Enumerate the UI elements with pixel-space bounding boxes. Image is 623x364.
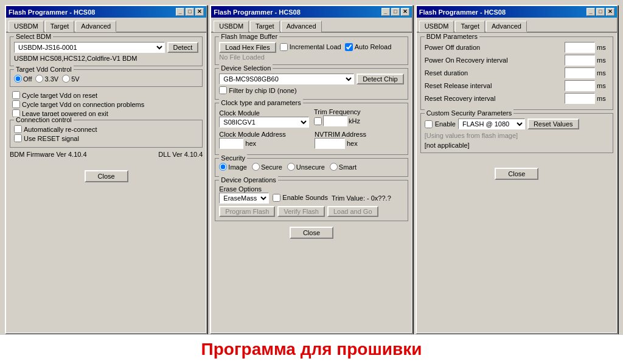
custom-security-label: Custom Security Parameters (425, 109, 514, 117)
security-secure[interactable]: Secure (252, 163, 282, 171)
device-select-row: GB-MC9S08GB60 Detect Chip (219, 74, 403, 84)
security-group: Security Image Secure Unsecure Smart (215, 158, 408, 177)
window-1-content: Select BDM USBDM-JS16-0001 Detect USBDM … (6, 33, 206, 333)
tab-advanced-3[interactable]: Advanced (486, 21, 527, 32)
bdm-dropdown[interactable]: USBDM-JS16-0001 (14, 42, 165, 53)
tab-bar-1: USBDM Target Advanced (6, 18, 206, 33)
auto-reload-cb[interactable]: Auto Reload (345, 43, 392, 51)
close-title-btn-1[interactable]: ✕ (195, 8, 204, 16)
detect-button[interactable]: Detect (167, 42, 199, 53)
trim-value-input[interactable]: 0,00 (323, 115, 347, 126)
trim-checkbox[interactable] (314, 117, 322, 125)
minimize-btn-1[interactable]: _ (176, 8, 184, 16)
maximize-btn-3[interactable]: □ (596, 8, 605, 16)
security-image[interactable]: Image (219, 163, 247, 171)
flash-image-group: Flash Image Buffer Load Hex Files Increm… (215, 36, 408, 65)
load-go-btn[interactable]: Load and Go (327, 206, 378, 217)
bdm-version: BDM Firmware Ver 4.10.4 (10, 151, 87, 158)
dll-version: DLL Ver 4.10.4 (158, 151, 203, 158)
auto-reconnect-cb[interactable]: Automatically re-connect (14, 125, 198, 133)
enable-label: Enable (435, 120, 456, 128)
security-smart[interactable]: Smart (330, 163, 357, 171)
tab-target-2[interactable]: Target (250, 21, 280, 32)
title-bar-2: Flash Programmer - HCS08 _ □ ✕ (211, 6, 411, 18)
enable-sounds-cb[interactable]: Enable Sounds (273, 194, 328, 202)
tab-bar-3: USBDM Target Advanced (417, 18, 617, 33)
minimize-btn-3[interactable]: _ (586, 8, 595, 16)
program-flash-btn[interactable]: Program Flash (219, 206, 275, 217)
maximize-btn-2[interactable]: □ (391, 8, 400, 16)
connection-label: Connection control (14, 116, 74, 123)
clock-addr-label: Clock Module Address (219, 131, 308, 138)
clock-module-label: Clock Module (219, 109, 309, 117)
clock-module-row: Clock Module S08ICGV1 Trim Frequency 0,0… (219, 108, 403, 128)
device-dropdown[interactable]: GB-MC9S08GB60 (219, 74, 354, 84)
target-vdd-label: Target Vdd Control (14, 66, 74, 73)
erase-select[interactable]: EraseMass (219, 193, 269, 204)
enable-cb[interactable] (425, 120, 433, 128)
security-unsecure[interactable]: Unsecure (287, 163, 325, 171)
tab-usbdm-3[interactable]: USBDM (419, 21, 454, 32)
bdm-select-row: USBDM-JS16-0001 Detect (14, 42, 198, 53)
param-input-2[interactable]: 100 (565, 67, 595, 78)
vdd-5-option[interactable]: 5V (62, 75, 79, 83)
cycle-vdd-conn-cb[interactable]: Cycle target Vdd on connection problems (12, 100, 200, 108)
flash-select[interactable]: FLASH @ 1080 (458, 118, 525, 129)
vdd-off-option[interactable]: Off (14, 75, 32, 83)
verify-flash-btn[interactable]: Verify Flash (277, 206, 324, 217)
nvtrim-input[interactable]: FFBE (315, 138, 345, 149)
clock-addr-unit: hex (245, 140, 256, 147)
param-row-4: Reset Recovery interval 100 ms (425, 93, 609, 104)
trim-freq-label: Trim Frequency (314, 108, 404, 115)
param-unit-3: ms (597, 82, 609, 89)
close-title-btn-3[interactable]: ✕ (606, 8, 614, 16)
close-button-1[interactable]: Close (85, 170, 128, 182)
screen: Flash Programmer - HCS08 _ □ ✕ USBDM Tar… (0, 0, 623, 364)
param-input-0[interactable]: 500 (565, 42, 595, 53)
param-unit-1: ms (597, 57, 609, 64)
tab-usbdm-1[interactable]: USBDM (9, 21, 44, 32)
tab-usbdm-2[interactable]: USBDM (214, 21, 249, 32)
detect-chip-btn[interactable]: Detect Chip (357, 74, 403, 84)
no-file-label: No File Loaded (219, 53, 403, 61)
clock-addr-input[interactable]: 48 (219, 138, 243, 149)
connection-content: Automatically re-connect Use RESET signa… (14, 125, 198, 142)
param-label-1: Power On Recovery interval (425, 57, 565, 64)
vdd-33-option[interactable]: 3.3V (35, 75, 58, 83)
tab-advanced-2[interactable]: Advanced (281, 21, 322, 32)
use-reset-cb[interactable]: Use RESET signal (14, 134, 198, 142)
clock-content: Clock Module S08ICGV1 Trim Frequency 0,0… (219, 108, 403, 151)
close-button-2[interactable]: Close (290, 227, 333, 239)
custom-security-content: Enable FLASH @ 1080 Reset Values [Using … (425, 118, 609, 149)
param-input-3[interactable]: 100 (565, 80, 595, 91)
param-input-1[interactable]: 100 (565, 55, 595, 66)
reset-values-btn[interactable]: Reset Values (527, 118, 579, 129)
device-selection-group: Device Selection GB-MC9S08GB60 Detect Ch… (215, 68, 408, 100)
select-bdm-group: Select BDM USBDM-JS16-0001 Detect USBDM … (10, 36, 203, 66)
nvtrim-group: NVTRIM Address FFBE hex (315, 131, 404, 151)
clock-module-select[interactable]: S08ICGV1 (219, 117, 309, 128)
close-button-3[interactable]: Close (495, 168, 538, 180)
custom-sec-row: Enable FLASH @ 1080 Reset Values (425, 118, 609, 129)
param-row-0: Power Off duration 500 ms (425, 42, 609, 53)
incremental-load-cb[interactable]: Incremental Load (280, 43, 341, 51)
device-ops-group: Device Operations Erase Options EraseMas… (215, 180, 408, 221)
load-hex-btn[interactable]: Load Hex Files (219, 42, 276, 53)
filter-chip-id-cb[interactable]: Filter by chip ID (none) (219, 86, 403, 94)
device-ops-content: Erase Options EraseMass Enable Sounds Tr… (219, 185, 403, 217)
tab-target-1[interactable]: Target (45, 21, 75, 32)
title-buttons-2: _ □ ✕ (381, 8, 409, 16)
maximize-btn-1[interactable]: □ (186, 8, 194, 16)
close-title-btn-2[interactable]: ✕ (401, 8, 409, 16)
window-3-content: BDM Parameters Power Off duration 500 ms… (417, 33, 617, 333)
tab-advanced-1[interactable]: Advanced (75, 21, 116, 32)
param-input-4[interactable]: 100 (565, 93, 595, 104)
version-row: BDM Firmware Ver 4.10.4 DLL Ver 4.10.4 (10, 151, 203, 158)
close-row-1: Close (10, 158, 203, 185)
title-2: Flash Programmer - HCS08 (214, 9, 300, 16)
cycle-vdd-reset-cb[interactable]: Cycle target Vdd on reset (12, 91, 200, 99)
erase-row: EraseMass Enable Sounds Trim Value: - 0x… (219, 193, 403, 204)
custom-security-group: Custom Security Parameters Enable FLASH … (420, 113, 613, 153)
tab-target-3[interactable]: Target (455, 21, 485, 32)
minimize-btn-2[interactable]: _ (381, 8, 390, 16)
